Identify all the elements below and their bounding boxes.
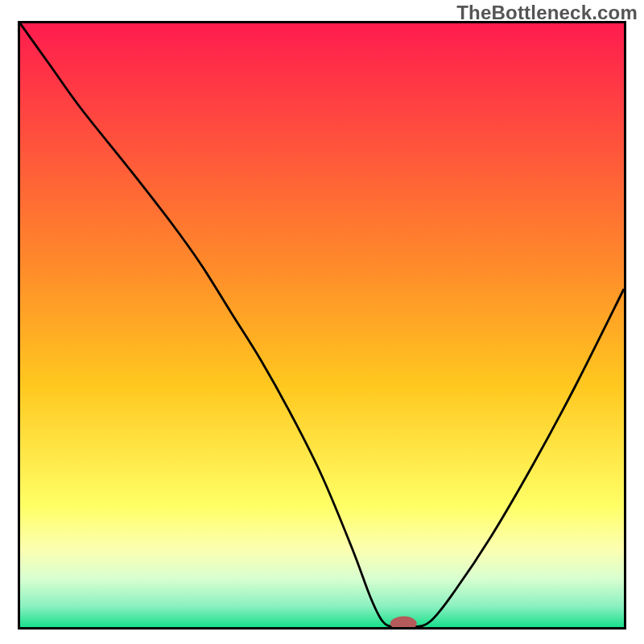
plot-area (18, 21, 626, 630)
background-gradient (20, 23, 624, 627)
chart-svg (20, 23, 624, 627)
chart-container: TheBottleneck.com (0, 0, 644, 644)
